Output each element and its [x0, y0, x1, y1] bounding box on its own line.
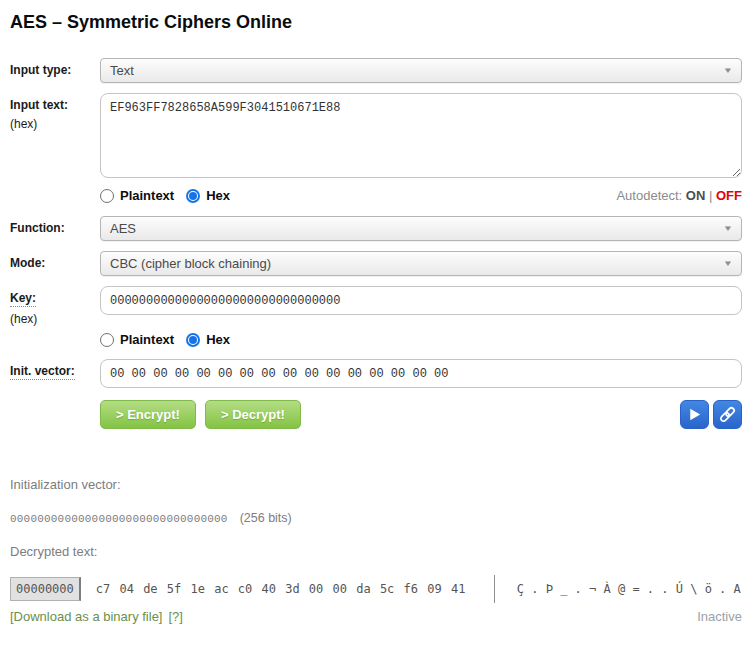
hexdump-bytes: c7 04 de 5f 1e ac c0 40 3d 00 00 da 5c f… — [96, 582, 494, 596]
input-type-label: Input type: — [10, 58, 100, 83]
input-type-select[interactable]: Text ▼ — [100, 58, 742, 83]
download-binary-link[interactable]: [Download as a binary file] — [10, 609, 162, 624]
run-button[interactable] — [680, 400, 709, 429]
aes-tool-page: AES – Symmetric Ciphers Online Input typ… — [0, 0, 752, 645]
key-format-row: Plaintext Hex — [10, 332, 742, 347]
action-buttons-row: > Encrypt! > Decrypt! — [10, 400, 742, 429]
iv-output-value: 00000000000000000000000000000000 — [10, 513, 228, 525]
chain-link-icon — [718, 405, 737, 424]
function-value: AES — [110, 221, 136, 236]
decrypted-heading: Decrypted text: — [10, 544, 742, 559]
mode-label: Mode: — [10, 251, 100, 276]
mode-select[interactable]: CBC (cipher block chaining) ▼ — [100, 251, 742, 276]
mode-row: Mode: CBC (cipher block chaining) ▼ — [10, 251, 742, 276]
key-sublabel: (hex) — [10, 312, 100, 326]
hexdump-ascii: Ç . Þ _ . ¬ À @ = . . Ú \ ö . A — [517, 582, 741, 596]
iv-output-heading: Initialization vector: — [10, 477, 742, 492]
input-hex-label[interactable]: Hex — [206, 188, 230, 203]
input-text-label: Input text: — [10, 98, 68, 112]
function-row: Function: AES ▼ — [10, 216, 742, 241]
key-input[interactable] — [100, 286, 742, 315]
input-plaintext-label[interactable]: Plaintext — [120, 188, 174, 203]
input-type-value: Text — [110, 63, 134, 78]
function-select[interactable]: AES ▼ — [100, 216, 742, 241]
autodetect-label: Autodetect: — [616, 188, 682, 203]
permalink-button[interactable] — [713, 400, 742, 429]
page-title: AES – Symmetric Ciphers Online — [10, 12, 742, 32]
play-icon — [686, 406, 703, 423]
key-row: Key: (hex) — [10, 286, 742, 326]
key-label: Key: — [10, 291, 36, 307]
output-footer: [Download as a binary file] [?] Inactive — [10, 609, 742, 624]
mode-value: CBC (cipher block chaining) — [110, 256, 271, 271]
hexdump-offset: 00000000 — [10, 577, 81, 601]
key-hex-radio[interactable] — [186, 333, 200, 347]
status-label: Inactive — [697, 609, 742, 624]
input-text-row: Input text: (hex) EF963FF7828658A599F304… — [10, 93, 742, 182]
input-type-row: Input type: Text ▼ — [10, 58, 742, 83]
iv-output-size: (256 bits) — [240, 511, 292, 525]
encrypt-button[interactable]: > Encrypt! — [100, 400, 196, 429]
chevron-down-icon: ▼ — [723, 66, 733, 75]
autodetect-off-link[interactable]: OFF — [716, 188, 742, 203]
init-vector-row: Init. vector: — [10, 359, 742, 388]
autodetect-control: Autodetect: ON | OFF — [616, 188, 742, 203]
hexdump-row: 00000000 c7 04 de 5f 1e ac c0 40 3d 00 0… — [10, 576, 742, 602]
decrypt-button[interactable]: > Decrypt! — [205, 400, 301, 429]
chevron-down-icon: ▼ — [723, 259, 733, 268]
chevron-down-icon: ▼ — [723, 224, 733, 233]
hexdump-separator — [494, 575, 495, 603]
input-text-area[interactable]: EF963FF7828658A599F3041510671E88 — [100, 93, 742, 178]
autodetect-on-link[interactable]: ON — [686, 188, 706, 203]
key-plaintext-radio[interactable] — [100, 333, 114, 347]
input-text-sublabel: (hex) — [10, 117, 100, 131]
autodetect-separator: | — [709, 188, 712, 203]
init-vector-label: Init. vector: — [10, 364, 75, 380]
input-format-row: Plaintext Hex Autodetect: ON | OFF — [10, 188, 742, 203]
key-plaintext-label[interactable]: Plaintext — [120, 332, 174, 347]
key-hex-label[interactable]: Hex — [206, 332, 230, 347]
input-plaintext-radio[interactable] — [100, 189, 114, 203]
help-link[interactable]: [?] — [168, 609, 182, 624]
function-label: Function: — [10, 216, 100, 241]
iv-output-line: 00000000000000000000000000000000 (256 bi… — [10, 511, 742, 525]
init-vector-input[interactable] — [100, 359, 742, 388]
input-hex-radio[interactable] — [186, 189, 200, 203]
